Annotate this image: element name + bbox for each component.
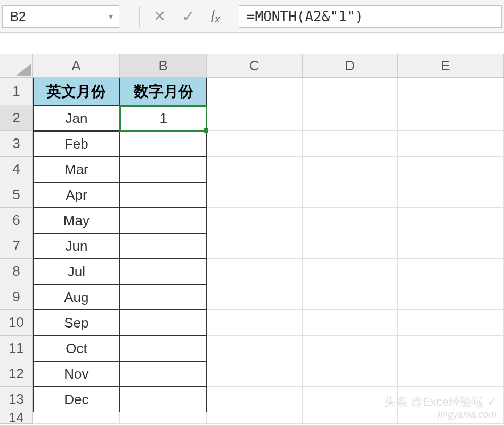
cell-F4[interactable]: [493, 157, 504, 182]
cell-F9[interactable]: [493, 284, 504, 310]
cell-B13[interactable]: [120, 387, 207, 412]
cell-F8[interactable]: [493, 259, 504, 284]
cell-E5[interactable]: [398, 182, 493, 208]
cell-B2[interactable]: 1: [120, 105, 207, 131]
cell-A1[interactable]: 英文月份: [33, 78, 120, 105]
cell-C11[interactable]: [207, 336, 302, 361]
cell-E7[interactable]: [398, 233, 493, 259]
cell-D6[interactable]: [303, 208, 398, 233]
cell-C3[interactable]: [207, 131, 302, 157]
cell-D14[interactable]: [303, 412, 398, 424]
cell-A3[interactable]: Feb: [33, 131, 120, 157]
cell-A4[interactable]: Mar: [33, 157, 120, 182]
cell-E11[interactable]: [398, 336, 493, 361]
cell-A8[interactable]: Jul: [33, 259, 120, 284]
cell-F14[interactable]: [493, 412, 504, 424]
cell-E9[interactable]: [398, 284, 493, 310]
cell-F12[interactable]: [493, 361, 504, 387]
cell-B14[interactable]: [120, 412, 207, 424]
cancel-icon[interactable]: ✕: [153, 7, 166, 25]
row-header-8[interactable]: 8: [0, 259, 33, 284]
cell-D5[interactable]: [303, 182, 398, 208]
cell-B12[interactable]: [120, 361, 207, 387]
col-header-B[interactable]: B: [120, 54, 207, 78]
cell-C10[interactable]: [207, 310, 302, 336]
cell-A9[interactable]: Aug: [33, 284, 120, 310]
cell-B1[interactable]: 数字月份: [120, 78, 207, 105]
cell-B5[interactable]: [120, 182, 207, 208]
cell-C12[interactable]: [207, 361, 302, 387]
fx-icon[interactable]: fx: [211, 7, 220, 26]
cell-E8[interactable]: [398, 259, 493, 284]
cell-C5[interactable]: [207, 182, 302, 208]
cell-F11[interactable]: [493, 336, 504, 361]
row-header-1[interactable]: 1: [0, 78, 33, 105]
row-header-13[interactable]: 13: [0, 387, 33, 412]
cell-E1[interactable]: [398, 78, 493, 105]
formula-input[interactable]: =MONTH(A2&"1"): [239, 5, 502, 28]
cell-D8[interactable]: [303, 259, 398, 284]
cell-D2[interactable]: [303, 105, 398, 131]
cell-C6[interactable]: [207, 208, 302, 233]
cell-D10[interactable]: [303, 310, 398, 336]
cell-F2[interactable]: [493, 105, 504, 131]
cell-A6[interactable]: May: [33, 208, 120, 233]
cell-D7[interactable]: [303, 233, 398, 259]
col-header-E[interactable]: E: [398, 54, 493, 78]
cell-B6[interactable]: [120, 208, 207, 233]
cell-C9[interactable]: [207, 284, 302, 310]
cell-A12[interactable]: Nov: [33, 361, 120, 387]
row-header-10[interactable]: 10: [0, 310, 33, 336]
cell-E4[interactable]: [398, 157, 493, 182]
cell-E10[interactable]: [398, 310, 493, 336]
cell-B3[interactable]: [120, 131, 207, 157]
col-header-A[interactable]: A: [33, 54, 120, 78]
cell-E12[interactable]: [398, 361, 493, 387]
cell-D3[interactable]: [303, 131, 398, 157]
col-header-D[interactable]: D: [303, 54, 398, 78]
cell-D11[interactable]: [303, 336, 398, 361]
cell-D13[interactable]: [303, 387, 398, 412]
cell-A7[interactable]: Jun: [33, 233, 120, 259]
cell-E14[interactable]: [398, 412, 493, 424]
cell-C2[interactable]: [207, 105, 302, 131]
row-header-14[interactable]: 14: [0, 412, 33, 424]
cell-C4[interactable]: [207, 157, 302, 182]
cell-F5[interactable]: [493, 182, 504, 208]
cell-F3[interactable]: [493, 131, 504, 157]
cell-C14[interactable]: [207, 412, 302, 424]
row-header-6[interactable]: 6: [0, 208, 33, 233]
cell-E3[interactable]: [398, 131, 493, 157]
cell-C13[interactable]: [207, 387, 302, 412]
cell-E13[interactable]: [398, 387, 493, 412]
cell-F7[interactable]: [493, 233, 504, 259]
row-header-7[interactable]: 7: [0, 233, 33, 259]
row-header-4[interactable]: 4: [0, 157, 33, 182]
cell-B7[interactable]: [120, 233, 207, 259]
cell-A2[interactable]: Jan: [33, 105, 120, 131]
row-header-12[interactable]: 12: [0, 361, 33, 387]
row-header-5[interactable]: 5: [0, 182, 33, 208]
row-header-3[interactable]: 3: [0, 131, 33, 157]
cell-F10[interactable]: [493, 310, 504, 336]
cell-C7[interactable]: [207, 233, 302, 259]
cell-E6[interactable]: [398, 208, 493, 233]
cell-A10[interactable]: Sep: [33, 310, 120, 336]
row-header-11[interactable]: 11: [0, 336, 33, 361]
cell-A13[interactable]: Dec: [33, 387, 120, 412]
cell-F1[interactable]: [493, 78, 504, 105]
cell-C8[interactable]: [207, 259, 302, 284]
name-box[interactable]: B2 ▼: [2, 5, 119, 28]
cell-B11[interactable]: [120, 336, 207, 361]
cell-D12[interactable]: [303, 361, 398, 387]
cell-C1[interactable]: [207, 78, 302, 105]
row-header-2[interactable]: 2: [0, 105, 33, 131]
cell-E2[interactable]: [398, 105, 493, 131]
cell-F13[interactable]: [493, 387, 504, 412]
confirm-icon[interactable]: ✓: [182, 7, 195, 26]
cell-A5[interactable]: Apr: [33, 182, 120, 208]
cell-B8[interactable]: [120, 259, 207, 284]
cell-D1[interactable]: [303, 78, 398, 105]
name-box-dropdown-icon[interactable]: ▼: [103, 12, 115, 21]
cell-F6[interactable]: [493, 208, 504, 233]
